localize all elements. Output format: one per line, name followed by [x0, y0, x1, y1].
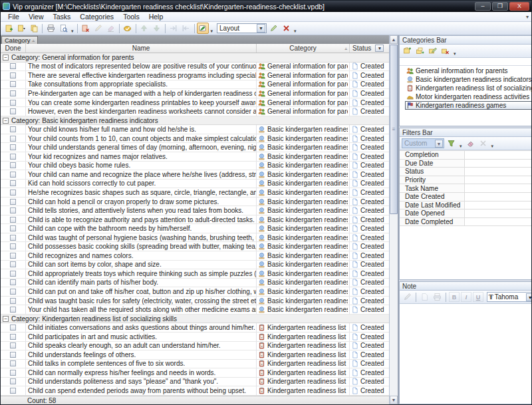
filter-value[interactable] — [465, 151, 531, 159]
filter-value[interactable] — [465, 184, 531, 192]
table-row[interactable]: Child can spend extended periods away fr… — [1, 386, 389, 396]
edit-task-icon[interactable] — [92, 23, 104, 34]
duplicate-task-icon[interactable] — [28, 23, 40, 34]
category-tree-item[interactable]: General information for parents66 — [400, 67, 531, 75]
task-checkbox[interactable] — [10, 126, 16, 132]
table-row[interactable]: Child possesses basic cooking skills (sp… — [1, 242, 389, 251]
menu-tools[interactable]: Tools — [118, 12, 144, 21]
task-checkbox[interactable] — [10, 388, 16, 394]
task-checkbox[interactable] — [10, 253, 16, 259]
category-tree-item[interactable]: sKindergarten readiness list of socializ… — [400, 84, 531, 92]
filter-value[interactable] — [465, 168, 531, 176]
task-checkbox[interactable] — [10, 100, 16, 106]
filter-value[interactable] — [465, 193, 531, 201]
task-checkbox[interactable] — [10, 207, 16, 213]
status-filter-dropdown-icon[interactable]: ▼ — [375, 45, 384, 52]
filter-value[interactable] — [465, 209, 531, 217]
table-row[interactable]: Child was taught basic rules for safety … — [1, 297, 389, 306]
menu-file[interactable]: File — [3, 12, 24, 21]
column-header-category[interactable]: Category▵ — [257, 44, 350, 53]
table-row[interactable]: Child appropriately treats toys which re… — [1, 269, 389, 279]
table-row[interactable]: Take consultations from appropriate spec… — [1, 80, 389, 90]
column-header-name[interactable]: Name — [26, 44, 257, 53]
toolbar-overflow-icon[interactable]: ▾ — [293, 28, 298, 35]
filter-value[interactable] — [465, 160, 531, 168]
scroll-down-icon[interactable]: ▼ — [390, 396, 398, 404]
filter-value[interactable] — [465, 202, 531, 209]
task-checkbox[interactable] — [10, 162, 16, 168]
task-checkbox[interactable] — [10, 199, 16, 205]
category-tree-item[interactable]: Motor kindergarten readiness activities9… — [400, 92, 531, 101]
task-checkbox[interactable] — [10, 225, 16, 231]
column-header-done[interactable]: Done — [1, 44, 26, 53]
chevron-down-icon[interactable]: ▼ — [257, 24, 265, 33]
scrollbar-thumb[interactable]: ≡ — [390, 45, 398, 214]
scrollbar-track[interactable]: ≡ — [390, 44, 398, 396]
filter-value[interactable] — [465, 218, 531, 226]
task-checkbox[interactable] — [10, 235, 16, 241]
print-preview-icon[interactable] — [57, 23, 69, 34]
filter-icon[interactable] — [446, 138, 457, 149]
font-selector[interactable]: Ŧ Tahoma ▼ — [487, 292, 531, 302]
note-editor[interactable] — [400, 304, 531, 404]
task-checkbox[interactable] — [10, 217, 16, 223]
chevron-down-icon[interactable]: ▼ — [435, 140, 443, 148]
restore-button[interactable]: ❐ — [492, 2, 508, 11]
layout-delete-icon[interactable] — [280, 23, 292, 34]
task-checkbox[interactable] — [10, 279, 16, 285]
category-group-row[interactable]: −Category: General information for paren… — [1, 53, 389, 63]
vertical-scrollbar[interactable]: ▲ ≡ ▼ — [390, 35, 399, 404]
table-row[interactable]: Your child counts from 1 to 10, can coun… — [1, 134, 389, 144]
menu-overflow-icon[interactable]: ▾ — [526, 14, 529, 20]
table-row[interactable]: Your child can name and recognize the pl… — [1, 170, 389, 180]
outdent-icon[interactable] — [180, 23, 192, 34]
menu-categories[interactable]: Categories — [75, 12, 118, 21]
add-category-icon[interactable] — [402, 46, 413, 57]
task-checkbox[interactable] — [10, 370, 16, 376]
task-checkbox[interactable] — [10, 289, 16, 295]
table-row[interactable]: Child can identify main parts of his/her… — [1, 279, 389, 288]
move-down-icon[interactable] — [151, 23, 163, 34]
task-checkbox[interactable] — [10, 180, 16, 186]
table-row[interactable]: Child can sort items by color, shape and… — [1, 261, 389, 270]
edit-category-icon[interactable] — [427, 46, 438, 57]
table-row[interactable]: Child understands feelings of others.sKi… — [1, 350, 389, 360]
task-checkbox[interactable] — [10, 334, 16, 340]
edit-note-icon[interactable] — [402, 292, 413, 303]
eraser-icon[interactable] — [465, 138, 476, 149]
table-row[interactable]: Child can hold a pencil or crayon proper… — [1, 198, 389, 207]
close-button[interactable]: X — [509, 2, 529, 11]
table-row[interactable]: Your kid recognizes and names major rela… — [1, 152, 389, 162]
category-group-row[interactable]: −Category: Basic kindergarten readiness … — [1, 116, 389, 126]
add-subcategory-icon[interactable] — [414, 46, 426, 57]
italic-button[interactable]: I — [461, 292, 471, 302]
category-tree-item[interactable]: Kindergarten readiness games1010 — [405, 101, 531, 110]
table-row[interactable]: Your child has taken all the required sh… — [1, 305, 389, 315]
page-icon[interactable] — [419, 292, 430, 303]
print-icon[interactable] — [45, 23, 57, 34]
indent-icon[interactable] — [168, 23, 180, 34]
toolbar-overflow-icon[interactable]: ▾ — [70, 28, 75, 35]
task-checkbox[interactable] — [10, 307, 16, 313]
task-checkbox[interactable] — [10, 154, 16, 160]
scroll-up-icon[interactable]: ▲ — [390, 35, 398, 44]
table-row[interactable]: Child can put on and take off his/her co… — [1, 287, 389, 297]
task-checkbox[interactable] — [10, 243, 16, 249]
underline-button[interactable]: U — [473, 292, 483, 302]
print-note-icon[interactable] — [432, 292, 443, 303]
task-checkbox[interactable] — [10, 271, 16, 277]
table-row[interactable]: Your child knows his/her full name and h… — [1, 125, 389, 134]
table-row[interactable]: Child participates in art and music acti… — [1, 333, 389, 342]
category-group-row[interactable]: −Category: Kindergarten readiness list o… — [1, 315, 389, 324]
bold-button[interactable]: B — [449, 292, 460, 302]
task-checkbox[interactable] — [10, 190, 16, 196]
table-row[interactable]: However, even the best kindergarten read… — [1, 107, 389, 116]
task-checkbox[interactable] — [10, 378, 16, 384]
collapse-icon[interactable]: − — [3, 316, 9, 322]
chevron-down-icon[interactable]: ▼ — [526, 293, 531, 301]
task-checkbox[interactable] — [10, 352, 16, 358]
toolbar-overflow-icon[interactable]: ▾ — [490, 143, 495, 150]
filter-value[interactable] — [465, 176, 531, 184]
column-header-status[interactable]: Status▼ — [350, 44, 388, 53]
task-checkbox[interactable] — [10, 81, 16, 87]
